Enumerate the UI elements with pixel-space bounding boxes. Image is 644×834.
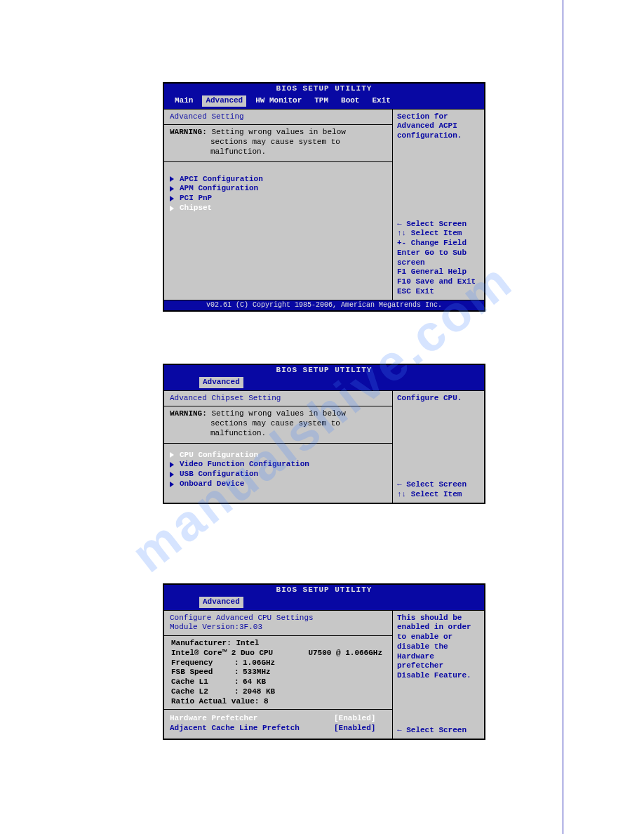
menu-item-onboard-device[interactable]: Onboard Device bbox=[170, 479, 387, 489]
right-help-pane: Configure CPU. ← Select Screen ↑↓ Select… bbox=[393, 391, 484, 503]
triangle-icon bbox=[170, 452, 174, 458]
warning-line-1: Setting wrong values in below bbox=[211, 409, 345, 418]
bios-window-advanced: BIOS SETUP UTILITY Main Advanced HW Moni… bbox=[163, 82, 485, 312]
key-line: +- Change Field bbox=[397, 239, 480, 249]
warning-box: WARNING: Setting wrong values in below s… bbox=[164, 125, 392, 161]
tab-hw-monitor[interactable]: HW Monitor bbox=[252, 95, 305, 107]
key-line: ← Select Screen bbox=[397, 726, 480, 736]
menu-area: APCI Configuration APM Configuration PCI… bbox=[164, 162, 392, 218]
row-key: Cache L1 bbox=[171, 677, 234, 687]
tab-boot[interactable]: Boot bbox=[337, 95, 363, 107]
bios-title: BIOS SETUP UTILITY bbox=[164, 365, 484, 376]
menu-label: USB Configuration bbox=[180, 470, 258, 479]
left-pane: Advanced Setting WARNING: Setting wrong … bbox=[164, 110, 393, 300]
section-header: Advanced Chipset Setting bbox=[164, 391, 392, 407]
bios-footer: v02.61 (C) Copyright 1985-2006, American… bbox=[164, 300, 484, 311]
menu-item-apci[interactable]: APCI Configuration bbox=[170, 175, 387, 185]
warning-line-3: malfunction. bbox=[170, 147, 387, 157]
bios-title: BIOS SETUP UTILITY bbox=[164, 585, 484, 596]
menu-label: APM Configuration bbox=[180, 184, 258, 194]
tab-exit[interactable]: Exit bbox=[368, 95, 394, 107]
triangle-icon bbox=[170, 482, 174, 487]
menu-item-apm[interactable]: APM Configuration bbox=[170, 184, 387, 194]
option-label: Adjacent Cache Line Prefetch bbox=[170, 724, 334, 734]
bios-tabbar: Advanced bbox=[164, 376, 484, 390]
row-key: Frequency bbox=[171, 658, 234, 668]
bios-tabbar: Advanced bbox=[164, 596, 484, 610]
tab-advanced[interactable]: Advanced bbox=[199, 377, 243, 388]
option-hw-prefetcher[interactable]: Hardware Prefetcher [Enabled] bbox=[164, 714, 392, 724]
tab-advanced[interactable]: Advanced bbox=[199, 597, 243, 608]
triangle-icon bbox=[170, 462, 174, 468]
triangle-icon bbox=[170, 196, 174, 201]
triangle-icon bbox=[170, 472, 174, 477]
bios-window-cpu: BIOS SETUP UTILITY Advanced Configure Ad… bbox=[163, 583, 485, 740]
menu-label: CPU Configuration bbox=[180, 451, 258, 461]
cpu-header: Configure Advanced CPU Settings Module V… bbox=[164, 611, 392, 637]
menu-area: CPU Configuration Video Function Configu… bbox=[164, 444, 392, 494]
warning-line-2: sections may cause system to bbox=[170, 419, 387, 429]
bios-window-chipset: BIOS SETUP UTILITY Advanced Advanced Chi… bbox=[163, 364, 485, 504]
cpu-header-line-1: Configure Advanced CPU Settings bbox=[170, 614, 387, 623]
right-help-pane: Section for Advanced ACPI configuration.… bbox=[393, 110, 484, 300]
key-help: ← Select Screen bbox=[397, 726, 480, 736]
bios-tabbar: Main Advanced HW Monitor TPM Boot Exit bbox=[164, 95, 484, 109]
tab-main[interactable]: Main bbox=[171, 95, 196, 107]
key-line: ↑↓ Select Item bbox=[397, 229, 480, 239]
triangle-icon bbox=[170, 206, 174, 211]
left-pane: Configure Advanced CPU Settings Module V… bbox=[164, 611, 393, 739]
menu-item-usb-config[interactable]: USB Configuration bbox=[170, 470, 387, 479]
key-line: F10 Save and Exit bbox=[397, 277, 480, 287]
key-help: ← Select Screen ↑↓ Select Item bbox=[397, 480, 480, 500]
key-help: ← Select Screen ↑↓ Select Item +- Change… bbox=[397, 220, 480, 297]
key-line: ← Select Screen bbox=[397, 480, 480, 490]
menu-label: PCI PnP bbox=[180, 194, 212, 204]
page-right-border bbox=[563, 0, 563, 834]
cpu-header-line-2: Module Version:3F.03 bbox=[170, 623, 387, 633]
triangle-icon bbox=[170, 186, 174, 192]
cpu-info-block: Manufacturer: Intel Intel® Core™ 2 Duo C… bbox=[164, 636, 392, 710]
warning-line-1: Setting wrong values in below bbox=[211, 128, 345, 136]
option-value: [Enabled] bbox=[334, 714, 387, 724]
cpu-name: Intel® Core™ 2 Duo CPU bbox=[171, 649, 308, 658]
menu-item-chipset[interactable]: Chipset bbox=[170, 204, 387, 213]
row-val: 64 KB bbox=[243, 677, 266, 687]
menu-item-pci-pnp[interactable]: PCI PnP bbox=[170, 194, 387, 204]
tab-advanced[interactable]: Advanced bbox=[202, 95, 246, 107]
warning-line-3: malfunction. bbox=[170, 429, 387, 439]
left-pane: Advanced Chipset Setting WARNING: Settin… bbox=[164, 391, 393, 503]
warning-line-2: sections may cause system to bbox=[170, 138, 387, 147]
key-line: Enter Go to Sub bbox=[397, 249, 480, 258]
option-value: [Enabled] bbox=[334, 724, 387, 734]
key-line: F1 General Help bbox=[397, 267, 480, 277]
right-help-pane: This should be enabled in order to enabl… bbox=[393, 611, 484, 739]
menu-item-video-config[interactable]: Video Function Configuration bbox=[170, 460, 387, 470]
key-line: ← Select Screen bbox=[397, 220, 480, 230]
menu-item-cpu-config[interactable]: CPU Configuration bbox=[170, 451, 387, 461]
row-val: 1.06GHz bbox=[243, 658, 275, 668]
tab-tpm[interactable]: TPM bbox=[311, 95, 332, 107]
menu-label: Chipset bbox=[180, 204, 212, 213]
menu-label: Video Function Configuration bbox=[180, 460, 309, 470]
help-text: Section for Advanced ACPI configuration. bbox=[397, 112, 480, 141]
key-line: ESC Exit bbox=[397, 287, 480, 297]
help-text: This should be enabled in order to enabl… bbox=[397, 614, 480, 681]
row-key: FSB Speed bbox=[171, 668, 234, 677]
key-line: screen bbox=[397, 258, 480, 268]
menu-label: Onboard Device bbox=[180, 479, 244, 489]
warning-label: WARNING: bbox=[170, 409, 207, 418]
option-adj-cache-line[interactable]: Adjacent Cache Line Prefetch [Enabled] bbox=[164, 724, 392, 734]
section-header: Advanced Setting bbox=[164, 110, 392, 126]
manufacturer-label: Manufacturer: bbox=[171, 639, 232, 647]
triangle-icon bbox=[170, 176, 174, 182]
row-key: Cache L2 bbox=[171, 687, 234, 697]
row-val: 533MHz bbox=[243, 668, 271, 677]
bios-title: BIOS SETUP UTILITY bbox=[164, 84, 484, 95]
help-text: Configure CPU. bbox=[397, 394, 480, 404]
key-line: ↑↓ Select Item bbox=[397, 490, 480, 500]
menu-label: APCI Configuration bbox=[180, 175, 263, 185]
cpu-model: U7500 @ 1.066GHz bbox=[308, 649, 387, 658]
manufacturer-value: Intel bbox=[236, 639, 259, 647]
warning-box: WARNING: Setting wrong values in below s… bbox=[164, 406, 392, 443]
row-val: 2048 KB bbox=[243, 687, 275, 697]
